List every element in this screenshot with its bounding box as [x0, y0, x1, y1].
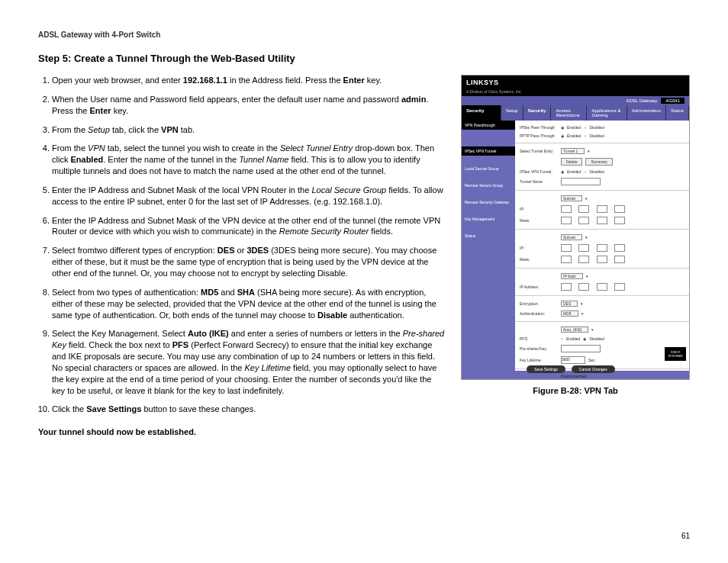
- tunnel-select[interactable]: Tunnel 1: [561, 148, 585, 154]
- save-settings-button[interactable]: Save Settings: [527, 365, 565, 373]
- step-6: Enter the IP Address and Subnet Mask of …: [52, 215, 446, 238]
- nav-apps[interactable]: Applications & Gaming: [587, 105, 627, 121]
- cancel-changes-button[interactable]: Cancel Changes: [572, 365, 615, 373]
- nav-admin[interactable]: Administration: [627, 105, 666, 121]
- tunnel-name-input[interactable]: [561, 178, 601, 185]
- step-list: Open your web browser, and enter 192.168…: [38, 75, 446, 415]
- gateway-type-select[interactable]: IP Addr.: [561, 273, 583, 279]
- instructions-column: Open your web browser, and enter 192.168…: [38, 75, 446, 436]
- side-remote-group: Remote Secure Group: [462, 174, 515, 191]
- keymgmt-select[interactable]: Auto. (IKE): [561, 327, 588, 333]
- side-local-group: Local Secure Group: [462, 157, 515, 174]
- nav-access[interactable]: Access Restrictions: [551, 105, 587, 121]
- side-status: Status: [462, 224, 515, 241]
- nav-security[interactable]: Security: [523, 105, 552, 121]
- figure-column: LINKSYS A Division of Cisco Systems, Inc…: [461, 75, 690, 436]
- cisco-logo: CISCO SYSTEMS: [665, 347, 686, 361]
- figure-caption: Figure B-28: VPN Tab: [461, 386, 690, 395]
- step-8: Select from two types of authentication:…: [52, 287, 446, 321]
- psk-input[interactable]: [561, 345, 601, 352]
- step-7: Select fromtwo different types of encryp…: [52, 245, 446, 279]
- side-remote-router: Remote Security Gateway: [462, 191, 515, 208]
- delete-button[interactable]: Delete: [561, 158, 582, 166]
- footer-buttons: Save Settings Cancel Changes: [462, 365, 680, 373]
- nav-status[interactable]: Status: [666, 105, 689, 121]
- step-5: Enter the IP Address and Subnet Mask of …: [52, 185, 446, 208]
- side-ipsec-tunnel: IPSec VPN Tunnel: [462, 146, 515, 156]
- step-4: From the VPN tab, select the tunnel you …: [52, 143, 446, 177]
- step-title: Step 5: Create a Tunnel Through the Web-…: [38, 53, 690, 64]
- side-vpn-passthrough: VPN Passthrough: [462, 121, 515, 130]
- side-labels: VPN Passthrough IPSec VPN Tunnel Local S…: [462, 121, 515, 371]
- keylife-input[interactable]: 3600: [561, 356, 585, 364]
- brand-subtitle: A Division of Cisco Systems, Inc.: [462, 89, 689, 96]
- nav-setup[interactable]: Setup: [501, 105, 523, 121]
- brand-logo: LINKSYS: [462, 76, 689, 89]
- main-panel: IPSec Pass-Through ◉ Enabled ○ Disabled …: [515, 121, 689, 371]
- screenshot-vpn-tab: LINKSYS A Division of Cisco Systems, Inc…: [461, 75, 690, 380]
- step-10: Click the Save Settings button to save t…: [52, 404, 446, 415]
- remote-type-select[interactable]: Subnet: [561, 234, 582, 240]
- encryption-select[interactable]: DES: [561, 301, 578, 307]
- auth-select[interactable]: MD5: [561, 310, 578, 317]
- local-type-select[interactable]: Subnet: [561, 195, 582, 201]
- side-key-mgmt: Key Management: [462, 208, 515, 224]
- step-9: Select the Key Management. Select Auto (…: [52, 328, 446, 396]
- nav-security-label: Security: [462, 105, 501, 121]
- step-1: Open your web browser, and enter 192.168…: [52, 75, 446, 86]
- doc-header: ADSL Gateway with 4-Port Switch: [38, 31, 690, 39]
- nav-tabs: Security Setup Security Access Restricti…: [462, 105, 689, 121]
- page-number: 61: [681, 532, 690, 540]
- summary-button[interactable]: Summary: [585, 158, 612, 166]
- step-2: When the User name and Password field ap…: [52, 94, 446, 117]
- title-bar: ADSL Gateway AG041: [462, 96, 689, 105]
- step-3: From the Setup tab, click the VPN tab.: [52, 124, 446, 136]
- footer-note: Your tunnel should now be established.: [38, 427, 446, 436]
